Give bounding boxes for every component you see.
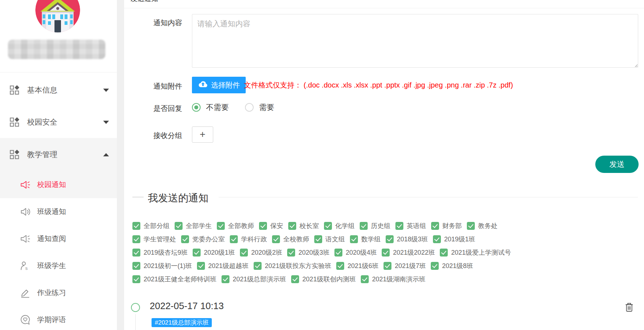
group-checkbox-item[interactable]: 2020级4班 <box>334 248 377 257</box>
group-checkbox-item[interactable]: 化学组 <box>324 222 355 230</box>
checkbox-checked-icon <box>259 222 267 230</box>
sidebar-item-label: 作业练习 <box>37 288 66 298</box>
sidebar-item-label: 校园通知 <box>37 180 66 189</box>
student-icon: s <box>20 260 31 271</box>
grid-icon <box>9 117 20 128</box>
group-checkbox-item[interactable]: 全部分组 <box>132 222 170 230</box>
group-checkbox-item[interactable]: 全部教师 <box>217 222 254 230</box>
group-checkbox-item[interactable]: 2020级2班 <box>240 248 282 257</box>
group-label: 2019级1班 <box>444 235 475 244</box>
group-checkbox-item[interactable]: 2020级1班 <box>193 248 235 257</box>
notice-content-input[interactable] <box>192 14 638 68</box>
group-label: 语文组 <box>325 235 345 244</box>
checkbox-checked-icon <box>431 262 439 270</box>
group-checkbox-item[interactable]: 2021级王健全老师特训班 <box>132 275 216 284</box>
group-label: 2021级初一(1)班 <box>144 262 192 270</box>
radio-option-no-reply[interactable]: 不需要 <box>192 102 229 112</box>
sidebar-item-campus-notice[interactable]: 校园通知 <box>0 171 117 198</box>
sidebar-item-teaching-management[interactable]: 教学管理 <box>0 138 117 171</box>
timeline-dot <box>131 303 140 312</box>
group-label: 全校教师 <box>283 235 309 244</box>
receive-group-label: 接收分组 <box>153 131 182 141</box>
grid-icon <box>9 85 20 95</box>
divider <box>0 72 117 72</box>
group-label: 学生管理处 <box>144 235 176 244</box>
checkbox-checked-icon <box>334 249 342 257</box>
group-label: 2020级3班 <box>298 248 329 257</box>
group-label: 2019级杏坛9班 <box>144 248 188 257</box>
group-label: 2021级联投东方实验班 <box>265 262 331 270</box>
group-checkbox-item[interactable]: 语文组 <box>314 235 345 244</box>
checkbox-checked-icon <box>291 275 299 283</box>
group-checkbox-item[interactable]: 全部学生 <box>175 222 212 230</box>
group-checkbox-row: 全部分组 全部学生 全部教师 保安 校长室 化学组 历史组 英语组 财务部 教务… <box>132 222 640 230</box>
add-group-button[interactable]: + <box>192 126 213 143</box>
sidebar-item-label: 基本信息 <box>27 85 57 95</box>
group-checkbox-item[interactable]: 2021级6班 <box>336 262 378 270</box>
group-checkbox-item[interactable]: 学科行政 <box>230 235 267 244</box>
group-checkbox-item[interactable]: 教务处 <box>467 222 498 230</box>
group-checkbox-item[interactable]: 2021级8班 <box>431 262 473 270</box>
sidebar-item-campus-safety[interactable]: 校园安全 <box>0 106 117 138</box>
group-checkbox-item[interactable]: 2019级1班 <box>433 235 475 244</box>
sidebar: 基本信息 校园安全 教学管理 校园通知 班级通知 通知查阅 <box>0 0 117 330</box>
trash-icon[interactable] <box>625 303 633 312</box>
checkbox-checked-icon <box>132 275 140 283</box>
notice-content-label: 通知内容 <box>153 18 182 28</box>
group-label: 教务处 <box>478 222 498 230</box>
group-checkbox-item[interactable]: 校长室 <box>288 222 319 230</box>
checkbox-checked-icon <box>336 262 344 270</box>
group-checkbox-item[interactable]: 2021级初一(1)班 <box>132 262 192 270</box>
group-checkbox-item[interactable]: 2021级爱上学测试号 <box>440 248 511 257</box>
sidebar-content-gutter <box>117 0 124 330</box>
group-checkbox-item[interactable]: 历史组 <box>360 222 390 230</box>
group-checkbox-item[interactable]: 2021级联投东方实验班 <box>254 262 331 270</box>
send-button[interactable]: 发送 <box>595 156 639 173</box>
group-checkbox-item[interactable]: 2019级杏坛9班 <box>132 248 188 257</box>
group-checkbox-item[interactable]: 财务部 <box>431 222 462 230</box>
group-checkbox-item[interactable]: 2021级湖南演示班 <box>361 275 425 284</box>
checkbox-checked-icon <box>217 222 225 230</box>
group-checkbox-row: 2021级初一(1)班 2021级超越班 2021级联投东方实验班 2021级6… <box>132 262 640 270</box>
sidebar-item-label: 校园安全 <box>27 117 57 127</box>
group-checkbox-item[interactable]: 党委办公室 <box>181 235 225 244</box>
group-checkbox-row: 2019级杏坛9班 2020级1班 2020级2班 2020级3班 2020级4… <box>132 248 640 257</box>
reply-required-label: 是否回复 <box>153 104 182 113</box>
group-checkbox-item[interactable]: 保安 <box>259 222 283 230</box>
checkbox-checked-icon <box>361 275 369 283</box>
checkbox-checked-icon <box>175 222 183 230</box>
svg-text:s: s <box>25 266 28 271</box>
choose-attachment-button[interactable]: 选择附件 <box>192 77 246 93</box>
sidebar-item-class-notice[interactable]: 班级通知 <box>0 198 117 225</box>
checkbox-checked-icon <box>350 235 358 243</box>
cloud-upload-icon <box>198 80 208 90</box>
checkbox-checked-icon <box>272 235 280 243</box>
group-checkbox-item[interactable]: 2021级联创内测班 <box>291 275 356 284</box>
sidebar-item-homework-practice[interactable]: 作业练习 <box>0 279 117 306</box>
group-checkbox-item[interactable]: 2020级3班 <box>287 248 329 257</box>
reply-radio-group: 不需要 需要 <box>192 102 274 113</box>
group-label: 数学组 <box>361 235 381 244</box>
group-checkbox-item[interactable]: 2021级总部演示班 <box>222 275 286 284</box>
plus-icon: + <box>200 129 206 140</box>
radio-option-need-reply[interactable]: 需要 <box>245 102 274 112</box>
group-checkbox-item[interactable]: 2021级2022班 <box>382 248 435 257</box>
checkbox-checked-icon <box>288 222 296 230</box>
group-checkbox-item[interactable]: 学生管理处 <box>132 235 176 244</box>
main-content: 发送通知 通知内容 通知附件 选择附件 文件格式仅支持： (.doc .docx… <box>124 0 644 330</box>
group-checkbox-item[interactable]: 2021级7班 <box>384 262 426 270</box>
megaphone-icon <box>20 233 31 244</box>
group-checkbox-item[interactable]: 英语组 <box>395 222 426 230</box>
group-checkbox-item[interactable]: 数学组 <box>350 235 381 244</box>
school-name-blurred <box>8 40 105 59</box>
group-checkbox-item[interactable]: 2021级超越班 <box>197 262 249 270</box>
sidebar-item-notice-review[interactable]: 通知查阅 <box>0 225 117 252</box>
group-checkbox-item[interactable]: 全校教师 <box>272 235 309 244</box>
group-label: 2021级湖南演示班 <box>372 275 425 284</box>
group-label: 保安 <box>270 222 283 230</box>
sidebar-item-basic-info[interactable]: 基本信息 <box>0 74 117 106</box>
sidebar-item-term-comments[interactable]: 学期评语 <box>0 306 117 330</box>
group-checkbox-item[interactable]: 2018级3班 <box>386 235 428 244</box>
sidebar-item-class-students[interactable]: s 班级学生 <box>0 252 117 279</box>
checkbox-checked-icon <box>467 222 475 230</box>
